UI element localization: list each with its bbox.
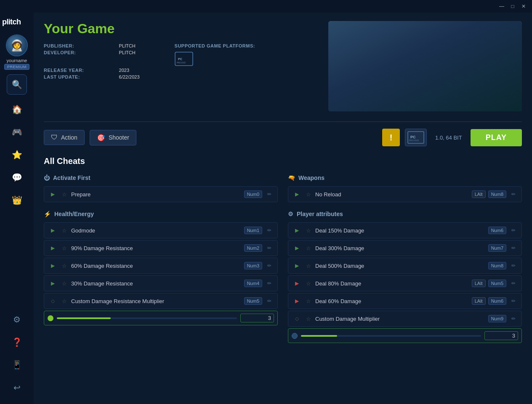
star-icon: ⭐: [12, 150, 22, 160]
favorite-prepare[interactable]: ☆: [60, 190, 69, 198]
power-icon: ⏻: [44, 174, 50, 181]
play-cheat-prepare[interactable]: ▶: [48, 189, 58, 199]
sidebar-item-home[interactable]: 🏠: [7, 99, 27, 119]
key-num5: Num5: [244, 297, 262, 305]
mobile-icon: 📱: [12, 360, 22, 370]
section-title-player: Player attributes: [297, 211, 343, 217]
slider-input-resist[interactable]: [240, 314, 274, 322]
game-info: Your Game PUBLISHER: PLITCH SUPPORTED GA…: [44, 21, 318, 111]
sidebar-item-mobile[interactable]: 📱: [7, 355, 27, 375]
play-30dmg[interactable]: ▶: [48, 278, 58, 288]
genre-tag-action[interactable]: 🛡 Action: [44, 130, 85, 145]
edit-prepare[interactable]: ✏: [265, 190, 274, 199]
chat-icon: 💬: [12, 172, 22, 182]
sidebar-item-messages[interactable]: 💬: [7, 167, 27, 187]
play-noreload[interactable]: ▶: [292, 189, 302, 199]
play-500dmg[interactable]: ▶: [292, 261, 302, 271]
play-90dmg[interactable]: ▶: [48, 243, 58, 253]
warning-icon[interactable]: !: [382, 129, 400, 146]
username-label: yourname: [7, 58, 27, 63]
genre-tag-shooter[interactable]: 🎯 Shooter: [90, 130, 136, 145]
key-num3: Num3: [244, 262, 262, 269]
fav-30dmg[interactable]: ☆: [60, 279, 69, 288]
play-60deal[interactable]: ▶: [292, 296, 302, 306]
cheat-row-80dmg: ▶ ☆ Deal 80% Damage LAlt Num5 ✏: [288, 275, 522, 291]
edit-300dmg[interactable]: ✏: [509, 243, 518, 253]
play-custom-resist[interactable]: ◇: [48, 296, 58, 306]
fav-150dmg[interactable]: ☆: [304, 226, 313, 235]
cheat-name-godmode: Godmode: [71, 227, 242, 234]
slider-row-resist: [44, 311, 278, 325]
edit-custom-resist[interactable]: ✏: [265, 296, 274, 306]
sidebar-item-search[interactable]: 🔍: [7, 74, 27, 95]
sidebar-item-games[interactable]: 🎮: [7, 122, 27, 142]
sidebar-item-favorites[interactable]: ⭐: [7, 145, 27, 165]
svg-text:PRO-DVD: PRO-DVD: [177, 62, 186, 64]
avatar[interactable]: 🧑‍🚀: [6, 34, 28, 56]
play-150dmg[interactable]: ▶: [292, 225, 302, 235]
edit-godmode[interactable]: ✏: [265, 226, 274, 235]
fav-80dmg[interactable]: ☆: [304, 279, 313, 288]
edit-500dmg[interactable]: ✏: [509, 261, 518, 270]
section-title-weapons: Weapons: [298, 174, 325, 181]
cheat-name-prepare: Prepare: [71, 191, 242, 198]
slider-input-dmg[interactable]: [484, 331, 518, 340]
release-year-value: 2023: [119, 68, 168, 73]
key-num4: Num4: [244, 280, 262, 287]
platform-label: SUPPORTED GAME PLATFORMS:: [175, 43, 283, 48]
play-80dmg[interactable]: ▶: [292, 278, 302, 288]
close-button[interactable]: ✕: [519, 2, 529, 11]
minimize-button[interactable]: —: [497, 2, 507, 11]
cheat-row-custom-dmg: ◇ ☆ Custom Damage Multiplier Num9 ✏: [288, 311, 522, 327]
cheat-name-noreload: No Reload: [315, 191, 469, 198]
premium-badge: PREMIUM: [4, 64, 29, 70]
sidebar-item-settings[interactable]: ⚙: [7, 309, 27, 330]
edit-30dmg[interactable]: ✏: [265, 279, 274, 288]
sidebar-item-premium[interactable]: 👑: [7, 190, 27, 210]
fav-custom-resist[interactable]: ☆: [60, 297, 69, 305]
section-title-activate-first: Activate First: [53, 174, 90, 181]
section-activate-first: ⏻ Activate First ▶ ☆ Prepare Num0 ✏: [44, 174, 278, 202]
edit-60deal[interactable]: ✏: [509, 296, 518, 306]
edit-noreload[interactable]: ✏: [509, 190, 518, 199]
cheat-row-300dmg: ▶ ☆ Deal 300% Damage Num7 ✏: [288, 240, 522, 256]
play-godmode[interactable]: ▶: [48, 225, 58, 235]
key-lalt-noreload: LAlt: [472, 190, 486, 198]
cheat-row-30dmg: ▶ ☆ 30% Damage Resistance Num4 ✏: [44, 275, 278, 291]
game-meta-bar: 🛡 Action 🎯 Shooter ! PC PRO-DVD 1.0, 64 …: [44, 129, 522, 146]
fav-500dmg[interactable]: ☆: [304, 261, 313, 270]
release-year-label: RELEASE YEAR:: [44, 68, 112, 73]
cheat-name-60dmg: 60% Damage Resistance: [71, 263, 242, 269]
edit-150dmg[interactable]: ✏: [509, 226, 518, 235]
sidebar-item-logout[interactable]: ↩: [7, 378, 27, 398]
key-num5-80: Num5: [488, 280, 506, 287]
slider-row-dmg: [288, 328, 522, 343]
sidebar-item-help[interactable]: ❓: [7, 332, 27, 352]
banner-inner: YOUR GAME ★: [328, 21, 522, 111]
maximize-button[interactable]: □: [508, 2, 518, 11]
fav-60deal[interactable]: ☆: [304, 297, 313, 305]
edit-80dmg[interactable]: ✏: [509, 279, 518, 288]
fav-custom-dmg[interactable]: ☆: [304, 314, 313, 323]
fav-godmode[interactable]: ☆: [60, 226, 69, 235]
fav-60dmg[interactable]: ☆: [60, 261, 69, 270]
edit-custom-dmg[interactable]: ✏: [509, 314, 518, 323]
play-custom-dmg[interactable]: ◇: [292, 314, 302, 324]
play-300dmg[interactable]: ▶: [292, 243, 302, 253]
cheat-row-custom-resist: ◇ ☆ Custom Damage Resistance Multiplier …: [44, 293, 278, 309]
edit-60dmg[interactable]: ✏: [265, 261, 274, 270]
edit-90dmg[interactable]: ✏: [265, 243, 274, 253]
developer-label: DEVELOPER:: [44, 50, 112, 66]
fav-300dmg[interactable]: ☆: [304, 244, 313, 252]
slider-track-dmg[interactable]: [301, 335, 481, 337]
home-icon: 🏠: [12, 104, 22, 114]
play-button[interactable]: PLAY: [471, 129, 522, 146]
play-60dmg[interactable]: ▶: [48, 261, 58, 271]
cheat-row-60deal: ▶ ☆ Deal 60% Damage LAlt Num6 ✏: [288, 293, 522, 309]
fav-noreload[interactable]: ☆: [304, 190, 313, 198]
publisher-label: PUBLISHER:: [44, 43, 112, 48]
slider-track-resist[interactable]: [57, 317, 237, 319]
platform-pc-icon: PC PRO-DVD: [407, 131, 424, 144]
fav-90dmg[interactable]: ☆: [60, 244, 69, 252]
section-header-player: ⚙ Player attributes: [288, 211, 522, 217]
